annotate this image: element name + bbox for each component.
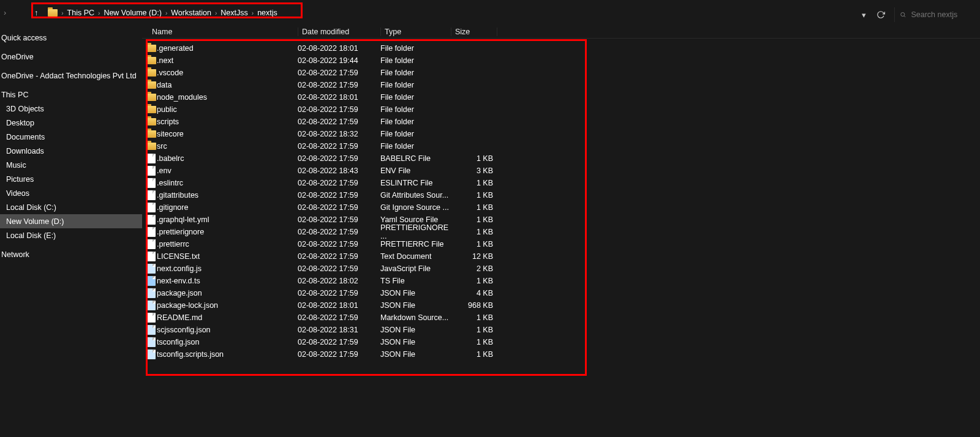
file-name: data xyxy=(157,81,298,89)
file-row[interactable]: .gitattributes02-08-2022 17:59Git Attrib… xyxy=(142,189,980,201)
file-row[interactable]: .next02-08-2022 19:44File folder xyxy=(142,54,980,67)
file-size: 1 KB xyxy=(451,326,497,334)
sidebar-item[interactable]: Local Disk (E:) xyxy=(0,228,142,242)
folder-icon xyxy=(146,130,156,138)
file-date: 02-08-2022 17:59 xyxy=(298,240,380,248)
sidebar-item-onedrive-org[interactable]: OneDrive - Addact Technologies Pvt Ltd xyxy=(0,69,142,83)
file-name: .gitignore xyxy=(157,203,298,212)
file-type: JSON File xyxy=(380,289,451,297)
sidebar-item[interactable]: Desktop xyxy=(0,116,142,130)
file-date: 02-08-2022 17:59 xyxy=(298,105,380,114)
file-row[interactable]: next-env.d.ts02-08-2022 18:02TS File1 KB xyxy=(142,275,980,287)
folder-icon xyxy=(48,9,58,17)
breadcrumb-item[interactable]: NextJss xyxy=(221,9,247,17)
chevron-right-icon[interactable]: › xyxy=(214,10,218,17)
file-type: Text Document xyxy=(380,252,451,261)
sidebar-item[interactable]: Pictures xyxy=(0,172,142,186)
column-header-date[interactable]: Date modified xyxy=(298,28,380,36)
file-name: .graphql-let.yml xyxy=(157,215,298,224)
file-date: 02-08-2022 17:59 xyxy=(298,338,380,346)
file-name: .prettierrc xyxy=(157,240,298,248)
file-type: File folder xyxy=(380,118,451,126)
file-row[interactable]: public02-08-2022 17:59File folder xyxy=(142,103,980,116)
file-row[interactable]: .graphql-let.yml02-08-2022 17:59Yaml Sou… xyxy=(142,214,980,226)
address-bar[interactable]: › This PC › New Volume (D:) › Workstatio… xyxy=(44,6,980,20)
folder-icon xyxy=(146,94,156,101)
sidebar-item[interactable]: Local Disk (C:) xyxy=(0,200,142,214)
file-row[interactable]: package.json02-08-2022 17:59JSON File4 K… xyxy=(142,287,980,299)
search-input[interactable] xyxy=(910,10,980,20)
sidebar-item-quick-access[interactable]: Quick access xyxy=(0,31,142,45)
file-row[interactable]: .eslintrc02-08-2022 17:59ESLINTRC File1 … xyxy=(142,177,980,189)
breadcrumb-item[interactable]: New Volume (D:) xyxy=(104,9,161,17)
file-name: tsconfig.json xyxy=(157,338,298,346)
address-toolbar-right: ▾ xyxy=(855,7,980,22)
sidebar-item[interactable]: Downloads xyxy=(0,144,142,158)
refresh-icon[interactable] xyxy=(872,7,889,22)
file-row[interactable]: scjssconfig.json02-08-2022 18:31JSON Fil… xyxy=(142,324,980,336)
file-row[interactable]: data02-08-2022 17:59File folder xyxy=(142,79,980,91)
file-name: scripts xyxy=(157,118,298,126)
column-header-name[interactable]: Name xyxy=(142,28,298,36)
sidebar-item[interactable]: 3D Objects xyxy=(0,102,142,116)
sidebar-item[interactable]: Music xyxy=(0,158,142,172)
markdown-file-icon xyxy=(147,313,156,323)
chevron-right-icon[interactable]: › xyxy=(60,10,64,17)
file-row[interactable]: .env02-08-2022 18:43ENV File3 KB xyxy=(142,165,980,177)
file-size: 3 KB xyxy=(451,166,497,175)
sidebar-item[interactable]: New Volume (D:) xyxy=(0,214,142,228)
file-row[interactable]: README.md02-08-2022 17:59Markdown Source… xyxy=(142,312,980,324)
column-header-type[interactable]: Type xyxy=(380,28,451,36)
chevron-right-icon[interactable]: › xyxy=(251,10,255,17)
file-name: next-env.d.ts xyxy=(157,277,298,285)
breadcrumb-item[interactable]: Workstation xyxy=(171,9,211,17)
file-row[interactable]: .generated02-08-2022 18:01File folder xyxy=(142,42,980,54)
file-row[interactable]: node_modules02-08-2022 18:01File folder xyxy=(142,91,980,103)
breadcrumb-item[interactable]: nextjs xyxy=(257,9,277,17)
file-type: ENV File xyxy=(380,166,451,175)
file-row[interactable]: scripts02-08-2022 17:59File folder xyxy=(142,116,980,128)
sidebar-item[interactable]: Documents xyxy=(0,130,142,144)
file-icon xyxy=(147,227,156,237)
chevron-right-icon[interactable]: › xyxy=(4,9,6,17)
up-arrow-icon[interactable]: ↑ xyxy=(34,9,38,17)
chevron-right-icon[interactable]: › xyxy=(164,10,168,17)
file-name: .env xyxy=(157,166,298,175)
folder-icon xyxy=(146,118,156,125)
breadcrumb-item[interactable]: This PC xyxy=(67,9,94,17)
file-type: File folder xyxy=(380,105,451,114)
file-row[interactable]: .prettierignore02-08-2022 17:59PRETTIERI… xyxy=(142,226,980,238)
chevron-right-icon[interactable]: › xyxy=(97,10,101,17)
file-row[interactable]: .prettierrc02-08-2022 17:59PRETTIERRC Fi… xyxy=(142,238,980,250)
file-size: 1 KB xyxy=(451,179,497,187)
sidebar-item-onedrive[interactable]: OneDrive xyxy=(0,50,142,64)
sidebar-item[interactable]: Videos xyxy=(0,186,142,200)
address-bar-row: › ↑ › This PC › New Volume (D:) › Workst… xyxy=(0,4,980,22)
file-row[interactable]: src02-08-2022 17:59File folder xyxy=(142,140,980,152)
sidebar-item-network[interactable]: Network xyxy=(0,247,142,261)
search-box[interactable] xyxy=(894,7,980,22)
file-list-pane: Name Date modified Type Size .generated0… xyxy=(142,25,980,437)
file-date: 02-08-2022 18:01 xyxy=(298,301,380,310)
file-row[interactable]: .babelrc02-08-2022 17:59BABELRC File1 KB xyxy=(142,152,980,165)
file-type: File folder xyxy=(380,130,451,138)
file-type: File folder xyxy=(380,69,451,77)
chevron-down-icon[interactable]: ▾ xyxy=(855,7,872,22)
file-row[interactable]: LICENSE.txt02-08-2022 17:59Text Document… xyxy=(142,250,980,263)
file-row[interactable]: .gitignore02-08-2022 17:59Git Ignore Sou… xyxy=(142,201,980,214)
file-row[interactable]: package-lock.json02-08-2022 18:01JSON Fi… xyxy=(142,299,980,312)
file-row[interactable]: .vscode02-08-2022 17:59File folder xyxy=(142,67,980,79)
file-row[interactable]: tsconfig.json02-08-2022 17:59JSON File1 … xyxy=(142,336,980,348)
file-date: 02-08-2022 18:43 xyxy=(298,166,380,175)
file-row[interactable]: sitecore02-08-2022 18:32File folder xyxy=(142,128,980,140)
file-name: src xyxy=(157,142,298,151)
sidebar-item-this-pc[interactable]: This PC xyxy=(0,88,142,102)
file-row[interactable]: tsconfig.scripts.json02-08-2022 17:59JSO… xyxy=(142,348,980,360)
file-name: .next xyxy=(157,56,298,65)
file-row[interactable]: next.config.js02-08-2022 17:59JavaScript… xyxy=(142,263,980,275)
column-header-size[interactable]: Size xyxy=(451,28,497,36)
file-size: 1 KB xyxy=(451,203,497,212)
json-file-icon xyxy=(147,325,156,335)
file-date: 02-08-2022 17:59 xyxy=(298,289,380,297)
file-date: 02-08-2022 17:59 xyxy=(298,264,380,273)
